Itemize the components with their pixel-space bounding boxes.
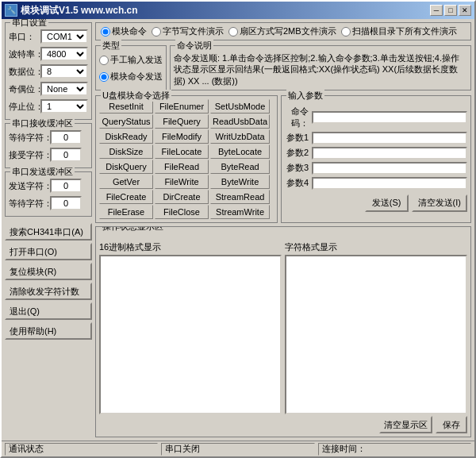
save-button[interactable]: 保存 <box>436 416 467 433</box>
tx-wait-row: 等待字符： <box>9 196 88 210</box>
clear-display-button[interactable]: 清空显示区 <box>379 416 432 433</box>
cmd-QueryStatus[interactable]: QueryStatus <box>99 114 153 129</box>
description-box: 命令说明 命令发送顺: 1.单击命令选择区控制;2.输入命令参数;3.单击发送按… <box>170 45 471 90</box>
tx-sent-label: 发送字符： <box>9 180 48 192</box>
cmd-StreamWrite[interactable]: StreamWrite <box>210 205 270 219</box>
cmd-FileWrite[interactable]: FileWrite <box>155 175 209 189</box>
status-area: 操作状态显示区 16进制格式显示 字符格式显示 清空显示区 保存 <box>95 226 471 437</box>
connect-time-segment: 连接时间： <box>318 443 471 456</box>
cmd-DiskQuery[interactable]: DiskQuery <box>99 160 153 174</box>
rx-recv-input[interactable] <box>50 148 82 162</box>
cmd-WritUzbData[interactable]: WritUzbData <box>210 129 270 144</box>
main-content: 串口设置 串口： COM1COM2COM3 波特率： 4800960011520… <box>2 19 474 441</box>
udisk-col-2: FileEnumer FileQuery FileModify FileLoca… <box>155 99 209 219</box>
command-area: 类型 手工输入发送 模块命令发送 命令说明 命令发送顺: 1.单击命令选择区控制… <box>95 45 471 90</box>
udisk-section: U盘模块命令选择 ResetInit QueryStatus DiskReady… <box>95 95 278 223</box>
mode-manual[interactable]: 手工输入发送 <box>99 54 163 66</box>
clear-count-button[interactable]: 清除收发字符计数 <box>5 283 92 300</box>
close-button[interactable]: ✕ <box>459 5 471 16</box>
cmd-FileQuery[interactable]: FileQuery <box>155 114 209 129</box>
title-bar: 🔧 模块调试V1.5 www.wch.cn ─ □ ✕ <box>2 2 474 19</box>
udisk-section-title: U盘模块命令选择 <box>101 90 171 102</box>
cmd-SetUsbMode[interactable]: SetUsbMode <box>210 99 270 114</box>
tab-sector-write-radio[interactable] <box>228 27 238 37</box>
comm-status-segment: 通讯状态 <box>5 443 158 456</box>
serial-settings-title: 串口设置 <box>10 19 48 29</box>
parity-select-wrapper[interactable]: NoneOddEven <box>40 82 88 96</box>
cmd-FileRead[interactable]: FileRead <box>155 160 209 174</box>
stopbits-select[interactable]: 11.52 <box>40 99 88 114</box>
cmd-FileLocate[interactable]: FileLocate <box>155 144 209 159</box>
mode-type-box: 类型 手工输入发送 模块命令发送 <box>95 45 167 90</box>
search-port-button[interactable]: 搜索CH341串口(A) <box>5 223 92 241</box>
open-port-button[interactable]: 打开串口(O) <box>5 243 92 260</box>
stopbits-select-wrapper[interactable]: 11.52 <box>40 99 88 114</box>
rx-recv-row: 接受字符： <box>9 148 88 162</box>
send-button[interactable]: 发送(S) <box>365 194 409 212</box>
maximize-button[interactable]: □ <box>444 5 457 16</box>
baud-select[interactable]: 48009600115200 <box>40 47 88 61</box>
baud-select-wrapper[interactable]: 48009600115200 <box>40 47 88 61</box>
mode-module-radio[interactable] <box>99 72 109 82</box>
description-title: 命令说明 <box>175 40 213 52</box>
databits-select[interactable]: 876 <box>40 64 88 79</box>
tab-module-cmd[interactable]: 模块命令 <box>101 25 147 37</box>
help-button[interactable]: 使用帮助(H) <box>5 322 92 340</box>
tab-section: 模块命令 字节写文件演示 扇区方式写2MB文件演示 扫描根目录下所有文件演示 <box>95 22 471 40</box>
cmd-StreamRead[interactable]: StreamRead <box>210 190 270 204</box>
char-display-textarea[interactable] <box>285 255 467 414</box>
mode-module[interactable]: 模块命令发送 <box>99 71 163 83</box>
cmd-ByteLocate[interactable]: ByteLocate <box>210 144 270 159</box>
input-params-box: 输入参数 命令码： 参数1 参数2 参数3 <box>281 95 471 223</box>
reset-module-button[interactable]: 复位模块(R) <box>5 263 92 280</box>
middle-section: U盘模块命令选择 ResetInit QueryStatus DiskReady… <box>95 95 471 223</box>
port-select-wrapper[interactable]: COM1COM2COM3 <box>40 29 88 44</box>
mode-manual-label: 手工输入发送 <box>110 54 163 66</box>
title-bar-left: 🔧 模块调试V1.5 www.wch.cn <box>5 4 138 17</box>
cmd-FileErase[interactable]: FileErase <box>99 205 153 219</box>
tx-wait-input[interactable] <box>50 196 82 210</box>
hex-display-textarea[interactable] <box>99 255 282 414</box>
char-display-label: 字符格式显示 <box>285 241 467 253</box>
tx-sent-input[interactable] <box>50 179 82 193</box>
stopbits-row: 停止位： 11.52 <box>9 99 88 114</box>
tx-wait-label: 等待字符： <box>9 198 48 210</box>
param1-input[interactable] <box>312 132 467 144</box>
clear-send-button[interactable]: 清空发送(I) <box>412 194 467 212</box>
cmd-FileModify[interactable]: FileModify <box>155 129 209 144</box>
tx-buffer-title: 串口发送缓冲区 <box>10 166 75 178</box>
tab-module-cmd-radio[interactable] <box>101 27 110 37</box>
cmd-GetVer[interactable]: GetVer <box>99 175 153 189</box>
cmd-ReadUsbData[interactable]: ReadUsbData <box>210 114 270 129</box>
tab-sector-write[interactable]: 扇区方式写2MB文件演示 <box>228 25 336 37</box>
param1-label: 参数1 <box>285 132 309 144</box>
param4-input[interactable] <box>312 177 467 190</box>
cmd-ByteRead[interactable]: ByteRead <box>210 160 270 174</box>
baud-row: 波特率： 48009600115200 <box>9 47 88 61</box>
status-display-box: 操作状态显示区 16进制格式显示 字符格式显示 清空显示区 保存 <box>95 226 471 437</box>
port-select[interactable]: COM1COM2COM3 <box>40 29 88 44</box>
cmd-DiskReady[interactable]: DiskReady <box>99 129 153 144</box>
parity-select[interactable]: NoneOddEven <box>40 82 88 96</box>
cmd-ByteWrite[interactable]: ByteWrite <box>210 175 270 189</box>
cmd-DiskSize[interactable]: DiskSize <box>99 144 153 159</box>
tab-scan-dir[interactable]: 扫描根目录下所有文件演示 <box>341 25 457 37</box>
exit-button[interactable]: 退出(Q) <box>5 302 92 320</box>
cmd-DirCreate[interactable]: DirCreate <box>155 190 209 204</box>
databits-select-wrapper[interactable]: 876 <box>40 64 88 79</box>
param3-input[interactable] <box>312 162 467 175</box>
stopbits-label: 停止位： <box>9 101 39 113</box>
mode-manual-radio[interactable] <box>99 56 109 65</box>
parity-label: 奇偶位： <box>9 83 39 95</box>
cmd-FileCreate[interactable]: FileCreate <box>99 190 153 204</box>
tab-write-file-radio[interactable] <box>152 27 161 37</box>
param2-input[interactable] <box>312 147 467 160</box>
rx-wait-input[interactable] <box>50 130 82 144</box>
minimize-button[interactable]: ─ <box>430 5 443 16</box>
cmd-FileClose[interactable]: FileClose <box>155 205 209 219</box>
serial-settings-group: 串口设置 串口： COM1COM2COM3 波特率： 4800960011520… <box>5 22 92 120</box>
tab-write-file[interactable]: 字节写文件演示 <box>152 25 224 37</box>
tab-scan-dir-radio[interactable] <box>341 27 351 37</box>
cmd-code-input[interactable] <box>312 111 467 124</box>
port-status-text: 串口关闭 <box>165 443 200 455</box>
